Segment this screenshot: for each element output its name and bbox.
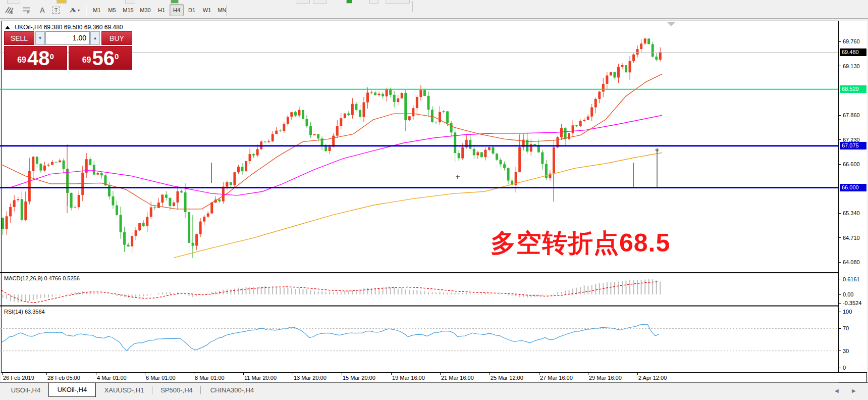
rsi-axis-label: 70 xyxy=(839,325,867,332)
symbol-triangle-icon xyxy=(5,26,10,29)
svg-text:E: E xyxy=(11,11,13,14)
time-axis-label: 8 Mar 01:00 xyxy=(195,375,225,381)
price-level-label: 68.529 xyxy=(840,85,866,93)
price-axis-label: 64.080 xyxy=(839,259,867,266)
tick-dash xyxy=(839,213,841,214)
chart-tab-sp500-h4[interactable]: SP500-,H4 xyxy=(152,383,201,397)
tick-dash xyxy=(839,237,841,238)
toolbar-separator xyxy=(86,5,87,16)
tab-separator xyxy=(152,386,152,394)
timeframe-button-m30[interactable]: M30 xyxy=(137,4,153,16)
grid-icon[interactable]: F xyxy=(19,4,34,16)
arrows-icon[interactable]: ▾ xyxy=(65,4,84,16)
buy-price-major: 69 xyxy=(82,54,91,67)
price-axis-label: 69.130 xyxy=(839,63,867,70)
time-tick xyxy=(637,373,638,375)
clipped-toolbar-button xyxy=(313,0,327,4)
time-axis[interactable]: 26 Feb 201928 Feb 05:004 Mar 01:006 Mar … xyxy=(1,373,839,382)
tab-separator xyxy=(200,386,201,394)
timeframe-button-m5[interactable]: M5 xyxy=(105,4,119,16)
rsi-axis-label: 100 xyxy=(839,308,867,315)
time-tick xyxy=(342,373,342,375)
tick-dash xyxy=(839,303,841,304)
draw-study-icon[interactable]: E xyxy=(2,4,17,16)
buy-price-quote[interactable]: 69 56 0 xyxy=(69,46,132,70)
buy-price-big: 56 xyxy=(92,49,115,67)
text-box-icon[interactable]: T xyxy=(49,4,63,16)
chart-tab-usoil-h4[interactable]: USOil-,H4 xyxy=(3,383,48,397)
time-axis-label: 27 Mar 16:00 xyxy=(540,375,573,381)
tick-dash xyxy=(839,139,841,140)
clipped-toolbar-button xyxy=(57,0,67,4)
toolbar-edge xyxy=(412,1,413,12)
chart-text-annotation: 多空转折点68.5 xyxy=(491,226,670,260)
rsi-line xyxy=(2,324,659,351)
tick-dash xyxy=(839,351,841,351)
rsi-axis-label: 0 xyxy=(839,364,867,371)
chart-shift-marker-icon[interactable] xyxy=(667,22,675,26)
tick-dash xyxy=(839,115,841,116)
sell-price-major: 69 xyxy=(17,54,26,67)
volume-increase-button[interactable]: ▲ xyxy=(90,31,100,45)
time-axis-label: 19 Mar 16:00 xyxy=(392,375,425,381)
time-axis-label: 6 Mar 01:00 xyxy=(146,375,176,381)
volume-decrease-button[interactable]: ▼ xyxy=(35,31,45,45)
text-label-icon[interactable]: A xyxy=(36,4,48,16)
chart-tab-xauusd-h1[interactable]: XAUUSD-,H1 xyxy=(97,383,151,397)
clipped-toolbar-button xyxy=(386,0,410,4)
timeframe-button-h4[interactable]: H4 xyxy=(170,4,184,16)
time-tick xyxy=(539,373,539,375)
tick-dash xyxy=(839,66,841,66)
macd-histogram xyxy=(3,279,661,303)
time-axis-label: 13 Mar 20:00 xyxy=(294,375,327,381)
sell-button[interactable]: SELL xyxy=(4,31,34,45)
time-axis-label: 28 Feb 05:00 xyxy=(47,375,80,381)
tick-dash xyxy=(839,294,841,295)
time-tick xyxy=(243,373,244,375)
chart-tab-ukoil-h4[interactable]: UKOil-,H4 xyxy=(48,383,96,397)
macd-axis-label: 0.00 xyxy=(839,291,867,298)
tool-button-row: E F A T ▾ M1M5M15M30H1H4D1W1MN xyxy=(0,4,412,18)
time-axis-label: 15 Mar 20:00 xyxy=(343,375,375,381)
price-axis-label: 69.760 xyxy=(839,38,867,45)
time-tick xyxy=(46,373,47,375)
time-axis-label: 4 Mar 01:00 xyxy=(97,375,127,381)
price-axis[interactable]: 69.76069.13067.86067.23066.60065.34064.7… xyxy=(839,21,867,372)
tick-dash xyxy=(839,368,841,368)
candles xyxy=(2,37,662,258)
chart-tab-bar: ◀ ▶ USOil-,H4UKOil-,H4XAUUSD-,H1SP500-,H… xyxy=(0,383,868,400)
buy-price-sup: 0 xyxy=(115,46,119,67)
rsi-axis-label: 30 xyxy=(839,347,867,355)
tabs-scroll-left-icon[interactable]: ◀ xyxy=(835,388,839,393)
time-tick xyxy=(490,373,490,375)
toolbar-border xyxy=(0,18,868,19)
macd-signal-line xyxy=(2,282,659,303)
timeframe-button-w1[interactable]: W1 xyxy=(200,4,214,16)
clipped-toolbar-button xyxy=(346,0,352,4)
price-axis-label: 66.600 xyxy=(839,161,867,168)
candlestick-chart[interactable] xyxy=(0,22,839,372)
ma-fast-line xyxy=(1,74,662,209)
time-tick xyxy=(440,373,441,375)
timeframe-button-d1[interactable]: D1 xyxy=(185,4,199,16)
one-click-trading-panel: SELL ▼ 1.00 ▲ BUY 69 48 0 69 56 0 xyxy=(4,31,132,70)
sell-price-quote[interactable]: 69 48 0 xyxy=(4,46,67,70)
sell-price-sup: 0 xyxy=(49,46,53,67)
tick-dash xyxy=(839,41,841,42)
timeframe-button-m1[interactable]: M1 xyxy=(90,4,104,16)
price-level-label: 69.480 xyxy=(840,48,866,56)
timeframe-button-m15[interactable]: M15 xyxy=(120,4,136,16)
toolbar: E F A T ▾ M1M5M15M30H1H4D1W1MN xyxy=(0,0,868,21)
tick-dash xyxy=(839,312,841,312)
toolbar-separator xyxy=(226,5,227,16)
buy-button[interactable]: BUY xyxy=(101,31,132,45)
svg-text:F: F xyxy=(27,11,29,14)
timeframe-button-h1[interactable]: H1 xyxy=(154,4,169,16)
chart-tab-china300-h4[interactable]: CHINA300-,H4 xyxy=(201,383,263,397)
time-tick xyxy=(293,373,293,375)
time-axis-label: 26 Feb 2019 xyxy=(3,375,34,381)
volume-input[interactable]: 1.00 xyxy=(45,31,90,45)
time-axis-label: 21 Mar 16:00 xyxy=(441,375,474,381)
time-tick xyxy=(194,373,194,375)
tabs-scroll-right-icon[interactable]: ▶ xyxy=(852,388,856,393)
